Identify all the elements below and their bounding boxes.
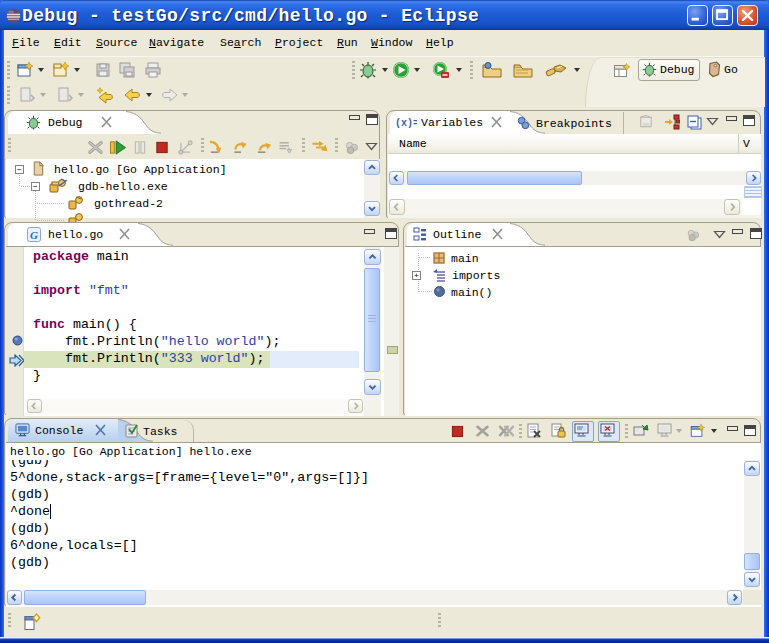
svg-text:(x)=: (x)= bbox=[395, 118, 417, 129]
svg-text:G: G bbox=[30, 229, 38, 241]
